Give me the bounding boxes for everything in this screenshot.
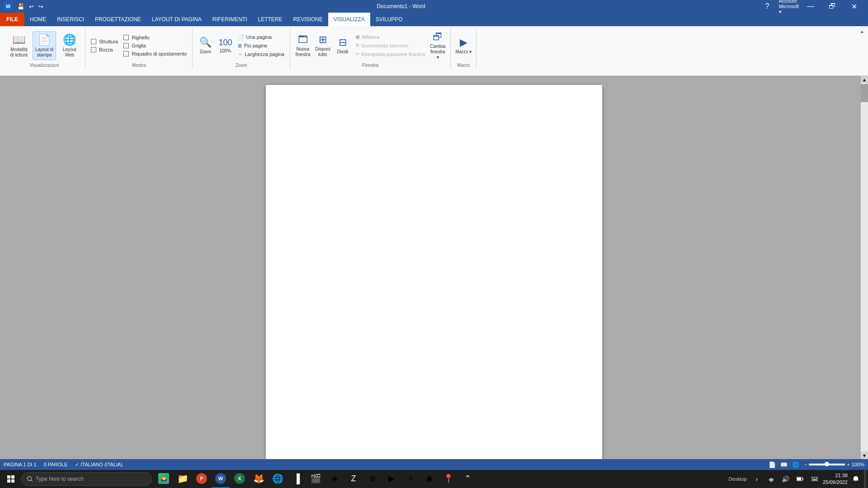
- taskbar-app-chrome[interactable]: 🌐: [269, 470, 287, 488]
- volume-icon[interactable]: 🔊: [779, 470, 792, 488]
- zoom-100-button[interactable]: 100 100%: [216, 31, 234, 60]
- language-indicator[interactable]: ✓ ITALIANO (ITALIA): [75, 462, 123, 468]
- menu-layout-pagina[interactable]: LAYOUT DI PAGINA: [146, 13, 207, 26]
- scorrimento-button[interactable]: ⇅ Scorrimento sincrono: [354, 42, 427, 49]
- taskbar-app-powerpoint[interactable]: P: [193, 470, 211, 488]
- minimize-button[interactable]: —: [800, 0, 821, 13]
- scroll-up-arrow[interactable]: ▲: [861, 76, 868, 83]
- zoom-in-button[interactable]: +: [847, 462, 849, 467]
- firefox-icon: 🦊: [253, 473, 264, 484]
- piu-pagine-button[interactable]: ⊞ Più pagine: [236, 42, 286, 50]
- taskbar-app-misc4[interactable]: ▶: [382, 470, 401, 488]
- taskbar-app-word[interactable]: W: [212, 470, 230, 488]
- file-menu-button[interactable]: FILE: [0, 13, 24, 26]
- taskbar-app-misc1[interactable]: ◈: [326, 470, 344, 488]
- web-layout-view-button[interactable]: 📖: [779, 460, 789, 469]
- spell-check-icon: ✓: [75, 462, 79, 468]
- undo-quick-btn[interactable]: ↩: [27, 2, 36, 11]
- zoom-items: 🔍 Zoom 100 100% 📄 Una pagina ⊞ Più pagin…: [196, 28, 286, 63]
- macro-button[interactable]: ▶ Macro ▾: [454, 31, 472, 60]
- taskbar-search[interactable]: Type here to search: [21, 472, 152, 486]
- taskbar-app-explorer[interactable]: 📁: [174, 470, 192, 488]
- desktop-label[interactable]: Desktop: [729, 476, 747, 482]
- layout-stampa-button[interactable]: 📄 Layout distampa: [33, 31, 56, 60]
- zoom-slider[interactable]: [809, 464, 845, 465]
- misc7-icon: ⌃: [464, 474, 471, 483]
- close-button[interactable]: ✕: [844, 0, 864, 13]
- righello-checkbox[interactable]: Righello: [122, 34, 189, 41]
- menu-visualizza[interactable]: VISUALIZZA: [328, 13, 370, 26]
- affianca-button[interactable]: ▣ Affianca: [354, 33, 427, 41]
- nuova-finestra-button[interactable]: 🗔 Nuovafinestra: [294, 31, 312, 60]
- una-pagina-button[interactable]: 📄 Una pagina: [236, 33, 286, 41]
- macro-items: ▶ Macro ▾: [454, 28, 472, 63]
- modalita-lettura-label: Modalitàdi lettura: [10, 47, 28, 58]
- save-quick-btn[interactable]: 💾: [15, 2, 26, 11]
- dividi-button[interactable]: ⊟ Dividi: [334, 31, 352, 60]
- taskbar-app-excel[interactable]: X: [231, 470, 249, 488]
- notification-button[interactable]: [849, 470, 862, 488]
- account-area[interactable]: Account Microsoft ▾: [778, 0, 799, 13]
- help-button[interactable]: ?: [757, 0, 778, 13]
- affianca-label: Affianca: [362, 34, 380, 40]
- struttura-check-icon: [91, 39, 96, 44]
- notification-chevron[interactable]: ›: [750, 470, 763, 488]
- vertical-scrollbar[interactable]: ▲ ▼: [861, 76, 868, 459]
- modalita-lettura-button[interactable]: 📖 Modalitàdi lettura: [7, 31, 31, 60]
- cambia-finestra-button[interactable]: 🗗 Cambiafinestra ▾: [429, 31, 447, 60]
- menu-progettazione[interactable]: PROGETTAZIONE: [90, 13, 146, 26]
- layout-web-button[interactable]: 🌐 LayoutWeb: [58, 31, 81, 60]
- svg-rect-9: [802, 478, 803, 480]
- network-icon[interactable]: [765, 470, 778, 488]
- redo-quick-btn[interactable]: ↪: [37, 2, 45, 11]
- print-layout-view-button[interactable]: 📄: [767, 460, 777, 469]
- disponi-tutto-button[interactable]: ⊞ Disponitutto: [314, 31, 332, 60]
- taskbar-app-media[interactable]: 🎬: [307, 470, 325, 488]
- bozza-checkbox[interactable]: Bozza: [89, 46, 120, 53]
- start-button[interactable]: [2, 470, 20, 488]
- taskbar-app-misc3[interactable]: ⊕: [363, 470, 382, 488]
- taskbar-app-maps[interactable]: 📍: [439, 470, 458, 488]
- griglia-checkbox[interactable]: Griglia: [122, 42, 189, 49]
- title-left: W 💾 ↩ ↪: [4, 2, 45, 11]
- battery-icon[interactable]: [794, 470, 807, 488]
- zoom-button[interactable]: 🔍 Zoom: [196, 31, 214, 60]
- status-left: PAGINA 1 DI 1 0 PAROLE ✓ ITALIANO (ITALI…: [4, 462, 123, 468]
- time-date-display[interactable]: 21:38 25/09/2022: [823, 472, 848, 486]
- menu-riferimenti[interactable]: RIFERIMENTI: [207, 13, 253, 26]
- taskbar-app-terminal[interactable]: ▐: [288, 470, 306, 488]
- struttura-checkbox[interactable]: Struttura: [89, 38, 120, 45]
- finestra-label: Finestra: [294, 63, 447, 69]
- scroll-thumb[interactable]: [861, 84, 868, 102]
- finestra-items: 🗔 Nuovafinestra ⊞ Disponitutto ⊟ Dividi …: [294, 28, 447, 63]
- larghezza-button[interactable]: ↔ Larghezza pagina: [236, 51, 286, 58]
- menu-sviluppo[interactable]: SVILUPPO: [370, 13, 408, 26]
- zoom-slider-handle[interactable]: [825, 462, 829, 466]
- collapse-ribbon-button[interactable]: ▲: [860, 29, 864, 34]
- restore-button[interactable]: 🗗: [822, 0, 843, 13]
- show-desktop-button[interactable]: [864, 470, 866, 488]
- taskbar-app-firefox[interactable]: 🦊: [250, 470, 268, 488]
- svg-rect-10: [811, 477, 818, 481]
- svg-rect-14: [812, 479, 817, 480]
- riquadro-checkbox[interactable]: Riquadro di spostamento: [122, 50, 189, 57]
- menu-revisione[interactable]: REVISIONE: [288, 13, 328, 26]
- reimposta-button[interactable]: ↩ Reimposta posizione finestra: [354, 50, 427, 58]
- app-icon: W: [4, 2, 13, 11]
- menu-home[interactable]: HOME: [24, 13, 52, 26]
- menu-lettere[interactable]: LETTERE: [253, 13, 288, 26]
- taskbar-app-misc5[interactable]: ≡: [401, 470, 420, 488]
- zoom-out-button[interactable]: −: [804, 462, 807, 467]
- scroll-down-arrow[interactable]: ▼: [861, 452, 868, 459]
- macro-icon: ▶: [460, 37, 467, 48]
- taskbar-app-misc2[interactable]: Z: [344, 470, 363, 488]
- taskbar-app-misc6[interactable]: ◉: [420, 470, 439, 488]
- read-mode-view-button[interactable]: 🌐: [791, 460, 801, 469]
- visualizzazioni-label: Visualizzazioni: [7, 63, 81, 69]
- svg-rect-2: [7, 479, 10, 483]
- keyboard-icon[interactable]: [808, 470, 821, 488]
- document-page[interactable]: [266, 85, 602, 459]
- taskbar-app-landscape[interactable]: 🌄: [155, 470, 173, 488]
- taskbar-app-misc7[interactable]: ⌃: [458, 470, 476, 488]
- menu-inserisci[interactable]: INSERISCI: [52, 13, 90, 26]
